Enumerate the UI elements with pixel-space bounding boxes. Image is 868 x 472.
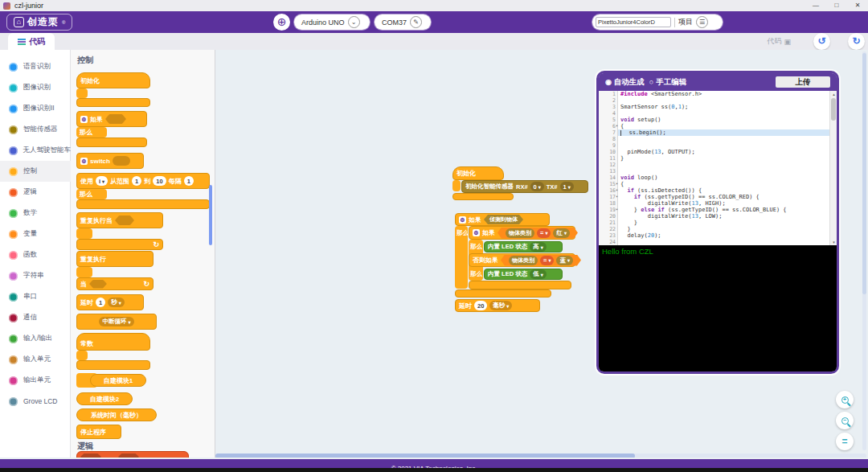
sidebar-item-10[interactable]: 字符串 bbox=[0, 265, 71, 286]
zoom-in-button[interactable]: + bbox=[836, 391, 854, 408]
canvas-init-bottom[interactable] bbox=[452, 193, 514, 200]
fold-icon[interactable]: ▾ bbox=[616, 194, 618, 199]
palette-block-logic-partial[interactable] bbox=[76, 451, 189, 458]
palette-block-if-bottom[interactable] bbox=[76, 137, 147, 147]
condition-socket[interactable] bbox=[115, 215, 134, 225]
sidebar-item-6[interactable]: 逻辑 bbox=[0, 182, 71, 203]
palette-block-for-bottom[interactable] bbox=[76, 199, 210, 209]
canvas-if-inner-bottom[interactable] bbox=[469, 281, 571, 289]
editor-scroll-thumb[interactable] bbox=[831, 98, 836, 121]
close-button[interactable]: ✕ bbox=[847, 0, 868, 11]
palette-scrollbar[interactable] bbox=[209, 185, 212, 245]
sidebar-item-5[interactable]: 控制 bbox=[0, 161, 71, 182]
chevron-down-icon[interactable]: ⌄ bbox=[348, 16, 360, 28]
canvas-init-spine[interactable] bbox=[452, 180, 461, 191]
radio-manual-edit[interactable]: ○ 手工编辑 bbox=[649, 77, 686, 88]
palette-block-stop[interactable]: 停止程序 bbox=[76, 425, 121, 439]
zoom-out-button[interactable]: − bbox=[836, 412, 854, 429]
zoom-reset-button[interactable]: = bbox=[836, 433, 854, 450]
tab-code[interactable]: 代码 bbox=[8, 33, 55, 50]
for-step-input[interactable]: 1 bbox=[184, 176, 194, 186]
port-select[interactable]: COM37 ✎ bbox=[375, 14, 431, 30]
fold-icon[interactable]: ▾ bbox=[616, 181, 618, 186]
delay-unit-dropdown[interactable]: 毫秒▾ bbox=[489, 301, 512, 310]
gear-icon[interactable]: ⚙ bbox=[459, 216, 466, 224]
palette-block-if[interactable]: ⚙ 如果 bbox=[76, 111, 147, 127]
gear-icon[interactable]: ⚙ bbox=[80, 116, 88, 123]
object-class-reporter[interactable]: 物体类别 bbox=[509, 256, 538, 265]
object-class-reporter[interactable]: 物体类别 bbox=[506, 228, 534, 238]
redo-button[interactable]: ↻ bbox=[848, 33, 865, 50]
color-dropdown-red[interactable]: 红▾ bbox=[553, 228, 570, 238]
rx-dropdown[interactable]: 0▾ bbox=[530, 182, 544, 191]
condition-socket[interactable] bbox=[118, 454, 139, 458]
canvas-hscroll-thumb[interactable] bbox=[215, 454, 635, 458]
palette-block-for-then[interactable]: 那么 bbox=[76, 189, 107, 199]
delay-value-input[interactable]: 20 bbox=[474, 301, 487, 310]
sidebar-item-14[interactable]: 输入单元 bbox=[0, 349, 71, 370]
color-dropdown-blue[interactable]: 蓝▾ bbox=[556, 256, 573, 265]
palette-block-repeat-while[interactable]: 重复执行当 bbox=[76, 212, 163, 228]
sidebar-item-3[interactable]: 智能传感器 bbox=[0, 119, 71, 140]
canvas-delay-block[interactable]: 延时 20 毫秒▾ bbox=[455, 299, 540, 312]
palette-block-custom1[interactable]: 自建模块1 bbox=[90, 374, 146, 387]
condition-socket[interactable] bbox=[105, 114, 126, 124]
canvas-led-low-block[interactable]: 内置 LED 状态 低▾ bbox=[484, 269, 563, 280]
canvas-led-high-block[interactable]: 内置 LED 状态 高▾ bbox=[484, 241, 563, 252]
palette-block-repeat-spine[interactable] bbox=[76, 267, 92, 277]
sidebar-item-15[interactable]: 输出单元 bbox=[0, 370, 71, 391]
sidebar-item-7[interactable]: 数学 bbox=[0, 203, 71, 224]
operator-dropdown[interactable]: =▾ bbox=[540, 256, 554, 265]
board-select[interactable]: Arduino UNO ⌄ bbox=[294, 14, 370, 30]
project-list-icon[interactable]: ☰ bbox=[696, 16, 708, 28]
fold-icon[interactable]: ▾ bbox=[616, 187, 618, 192]
canvas-if-inner[interactable]: ⚙ 如果 物体类别 =▾ 红▾ bbox=[469, 226, 575, 240]
canvas-condition-blue[interactable]: 物体类别 =▾ 蓝▾ bbox=[501, 255, 581, 266]
sidebar-item-16[interactable]: Grove LCD bbox=[0, 391, 71, 412]
palette-block-if-then[interactable]: 那么 bbox=[76, 127, 107, 137]
sidebar-item-4[interactable]: 无人驾驶智能车 bbox=[0, 140, 71, 161]
workspace-canvas[interactable]: 初始化 初始化智能传感器 RX# 0▾ TX# 1▾ ⚙ 如果 侦测到物体 那么… bbox=[215, 50, 868, 458]
delay-unit-dropdown[interactable]: 秒▾ bbox=[108, 298, 125, 307]
fold-icon[interactable]: ▾ bbox=[616, 207, 618, 211]
minimize-button[interactable]: — bbox=[805, 0, 826, 11]
editor-scrollbar[interactable]: ▴ ▾ bbox=[829, 91, 837, 245]
palette-block-init-bottom[interactable] bbox=[76, 98, 150, 107]
palette-block-repeat-while-bottom[interactable]: ↻ bbox=[76, 239, 163, 250]
palette-block-const-bottom[interactable] bbox=[76, 360, 150, 370]
for-var-dropdown[interactable]: i▾ bbox=[96, 176, 108, 186]
sidebar-item-1[interactable]: 图像识别 bbox=[0, 77, 71, 98]
sidebar-item-12[interactable]: 通信 bbox=[0, 307, 71, 328]
canvas-if-outer[interactable]: ⚙ 如果 侦测到物体 bbox=[455, 213, 550, 226]
canvas-sensor-init-block[interactable]: 初始化智能传感器 RX# 0▾ TX# 1▾ bbox=[461, 180, 588, 193]
condition-socket[interactable] bbox=[89, 280, 107, 289]
palette-block-systime[interactable]: 系统时间（毫秒） bbox=[76, 408, 157, 421]
palette-block-init-spine[interactable] bbox=[76, 88, 88, 98]
break-dropdown[interactable]: 中断循环▾ bbox=[99, 317, 133, 326]
sidebar-item-9[interactable]: 函数 bbox=[0, 244, 71, 265]
sidebar-item-13[interactable]: 输入/输出 bbox=[0, 328, 71, 349]
sidebar-item-0[interactable]: 语音识别 bbox=[0, 56, 71, 77]
condition-socket[interactable] bbox=[80, 454, 101, 458]
upload-button[interactable]: 上传 bbox=[776, 76, 830, 88]
code-editor[interactable]: 1#include <SmartSensor.h>23SmartSensor s… bbox=[599, 91, 837, 245]
undo-button[interactable]: ↺ bbox=[813, 33, 830, 50]
led-state-dropdown[interactable]: 高▾ bbox=[530, 242, 547, 252]
sidebar-item-11[interactable]: 串口 bbox=[0, 286, 71, 307]
scroll-up-icon[interactable]: ▴ bbox=[830, 92, 837, 96]
palette-block-const-spine[interactable] bbox=[76, 351, 88, 360]
delay-value-input[interactable]: 1 bbox=[96, 298, 105, 307]
fold-icon[interactable]: ▾ bbox=[616, 123, 618, 128]
gear-icon[interactable]: ⚙ bbox=[80, 158, 88, 165]
gear-icon[interactable]: ⚙ bbox=[473, 229, 480, 236]
canvas-if-outer-bottom[interactable] bbox=[455, 289, 551, 298]
for-from-input[interactable]: 1 bbox=[132, 176, 141, 186]
canvas-detected-condition[interactable]: 侦测到物体 bbox=[484, 215, 523, 224]
palette-block-custom2[interactable]: 自建模块2 bbox=[76, 392, 133, 405]
led-state-dropdown[interactable]: 低▾ bbox=[530, 269, 547, 279]
canvas-condition-red[interactable]: 物体类别 =▾ 红▾ bbox=[497, 228, 578, 239]
port-connect-icon[interactable]: ✎ bbox=[410, 16, 422, 28]
palette-block-const[interactable]: 常数 bbox=[76, 333, 150, 351]
canvas-init-hat[interactable]: 初始化 bbox=[452, 166, 504, 180]
maximize-button[interactable]: □ bbox=[826, 0, 847, 11]
